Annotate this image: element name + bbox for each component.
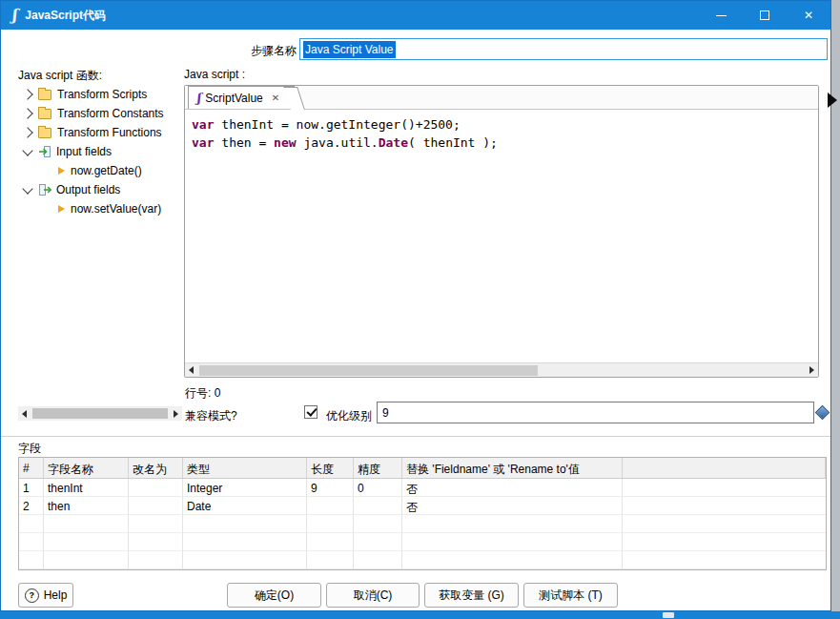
table-cell-precision[interactable]: 0 [354,479,402,497]
tab-close-icon[interactable]: ✕ [272,93,279,103]
table-cell-fieldname[interactable] [44,515,129,533]
tree-item-output-fields[interactable]: Output fields [18,180,182,199]
chevron-right-icon[interactable] [22,127,32,137]
table-cell-precision[interactable] [354,515,402,533]
table-cell-index[interactable]: 2 [19,497,44,515]
table-cell-replace[interactable] [402,515,623,533]
get-variables-button[interactable]: 获取变量 (G) [424,583,519,608]
scrollbar-thumb[interactable] [199,365,538,376]
scroll-right-icon[interactable] [174,410,178,418]
table-cell-replace[interactable] [402,551,623,569]
tree-item-label: Output fields [56,183,120,196]
table-cell-rename[interactable] [129,533,183,551]
compat-checkbox[interactable] [304,405,318,419]
table-cell-index[interactable] [19,533,44,551]
table-cell-rename[interactable] [129,515,183,533]
table-cell-rename[interactable] [129,551,183,569]
minimize-button[interactable] [699,1,743,30]
tree-item-now-setvalue[interactable]: now.setValue(var) [18,199,182,218]
scroll-left-icon[interactable] [189,366,194,374]
table-cell-type[interactable]: Integer [183,479,307,497]
table-cell-replace[interactable] [402,533,623,551]
chevron-down-icon[interactable] [22,145,32,155]
tree-item-now-getdate[interactable]: now.getDate() [18,161,182,180]
tree-item-transform-scripts[interactable]: Transform Scripts [18,85,182,104]
table-row[interactable] [19,551,826,569]
tree-item-label: Transform Scripts [57,88,147,101]
column-header-length[interactable]: 长度 [307,458,354,478]
table-cell-precision[interactable] [354,551,402,569]
table-row[interactable] [19,515,826,533]
column-header-index[interactable]: # [19,458,44,478]
check-icon [306,405,317,416]
table-cell-type[interactable]: Date [183,497,307,515]
table-row[interactable]: 1 thenInt Integer 9 0 否 [19,479,826,497]
step-name-input[interactable]: Java Script Value [299,38,828,60]
dialog-window: ʃ JavaScript代码 ✕ 步骤名称 Java Script Value … [0,0,831,611]
tree-item-input-fields[interactable]: Input fields [18,142,182,161]
scroll-left-icon[interactable] [22,410,27,418]
table-cell-index[interactable]: 1 [19,479,44,497]
chevron-down-icon[interactable] [22,183,32,194]
optimization-level-label: 优化级别 [326,408,372,424]
tree-h-scrollbar[interactable] [18,406,182,421]
scrollbar-thumb[interactable] [32,408,168,419]
maximize-button[interactable] [743,1,787,30]
taskbar-icon [663,612,674,618]
table-cell-type[interactable] [183,551,307,569]
code-token: Date [379,135,408,150]
scroll-right-icon[interactable] [809,366,814,374]
close-button[interactable]: ✕ [787,1,830,30]
table-cell-precision[interactable] [354,533,402,551]
table-cell-fieldname[interactable] [44,533,129,551]
table-cell-fieldname[interactable]: then [44,497,129,515]
tab-scriptvalue[interactable]: ʃ ScriptValue ✕ [188,86,295,109]
column-header-replace[interactable]: 替换 'Fieldname' 或 'Rename to'值 [402,458,623,478]
table-cell-length[interactable] [307,497,354,515]
cancel-button[interactable]: 取消(C) [326,583,420,608]
folder-icon [38,90,51,100]
function-arrow-icon [58,205,65,213]
variable-picker-icon[interactable] [815,405,830,421]
column-header-rename[interactable]: 改名为 [129,458,183,478]
table-cell-filler [623,515,826,533]
help-button[interactable]: ? Help [18,583,73,608]
titlebar[interactable]: ʃ JavaScript代码 ✕ [1,1,830,30]
table-cell-rename[interactable] [129,497,183,515]
test-script-button[interactable]: 测试脚本 (T) [523,583,618,608]
tree-item-label: now.getDate() [71,164,142,177]
table-cell-length[interactable] [307,551,354,569]
ok-button[interactable]: 确定(O) [227,583,321,608]
table-row[interactable]: 2 then Date 否 [19,497,826,515]
table-cell-index[interactable] [19,515,44,533]
table-cell-replace[interactable]: 否 [402,497,623,515]
minimize-icon [716,15,727,16]
column-header-type[interactable]: 类型 [183,458,307,478]
table-cell-rename[interactable] [129,479,183,497]
table-cell-filler [623,497,826,515]
table-cell-type[interactable] [183,515,307,533]
table-row[interactable] [19,533,826,551]
chevron-right-icon[interactable] [22,108,32,118]
close-icon: ✕ [804,10,813,21]
table-cell-length[interactable] [307,515,354,533]
column-header-precision[interactable]: 精度 [354,458,402,478]
table-cell-replace[interactable]: 否 [402,479,623,497]
code-editor[interactable]: var thenInt = now.getInteger()+2500; var… [185,110,818,362]
table-cell-type[interactable] [183,533,307,551]
table-cell-fieldname[interactable] [44,551,129,569]
table-cell-precision[interactable] [354,497,402,515]
table-cell-index[interactable] [19,551,44,569]
table-cell-fieldname[interactable]: thenInt [44,479,129,497]
chevron-right-icon[interactable] [22,89,32,99]
step-name-label: 步骤名称 [220,43,297,59]
code-h-scrollbar[interactable] [185,362,818,377]
table-cell-length[interactable] [307,533,354,551]
tree-item-transform-constants[interactable]: Transform Constants [18,104,182,123]
column-header-fieldname[interactable]: 字段名称 [44,458,129,478]
line-number-status: 行号: 0 [185,385,220,402]
table-cell-length[interactable]: 9 [307,479,354,497]
optimization-level-input[interactable]: 9 [377,402,814,423]
tree-item-transform-functions[interactable]: Transform Functions [18,123,182,142]
folder-icon [38,109,51,119]
